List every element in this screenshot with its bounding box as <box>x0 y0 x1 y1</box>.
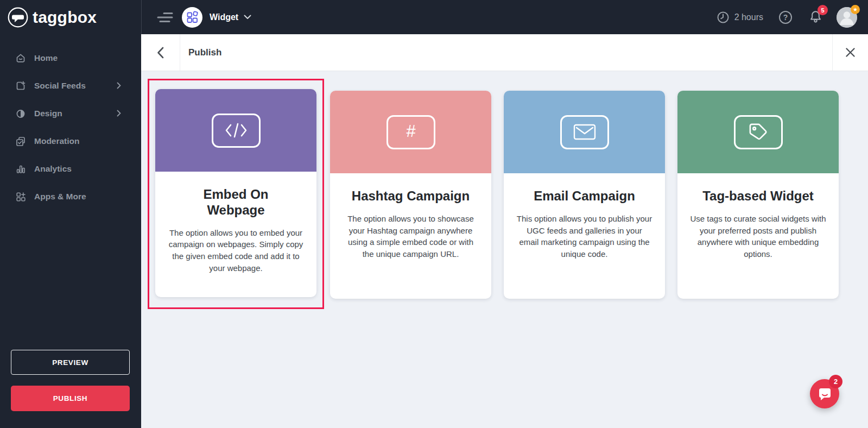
moderation-icon <box>15 136 26 147</box>
taggbox-logo-icon <box>8 7 28 28</box>
card-title: Embed On Webpage <box>193 187 280 218</box>
preview-button[interactable]: PREVIEW <box>11 350 130 375</box>
sidebar-item-apps-more[interactable]: Apps & More <box>0 182 141 210</box>
tag-icon <box>734 115 783 149</box>
page-title: Publish <box>188 47 221 58</box>
notification-count-badge: 5 <box>818 5 828 15</box>
code-embed-icon <box>212 114 261 148</box>
sidebar-item-social-feeds[interactable]: Social Feeds <box>0 72 141 99</box>
sidebar-item-label: Design <box>34 109 62 118</box>
card-title: Email Campaign <box>504 188 665 204</box>
card-description: This option allows you to publish your U… <box>504 213 665 260</box>
topbar-right-group: 2 hours ? 5 ★ <box>717 7 857 28</box>
cards-row: Embed On Webpage The option allows you t… <box>141 71 868 309</box>
menu-lines-icon[interactable] <box>157 11 173 23</box>
topbar: Widget 2 hours ? 5 <box>141 0 868 34</box>
analytics-icon <box>15 163 26 174</box>
close-button[interactable] <box>832 34 868 71</box>
back-button[interactable] <box>141 34 180 71</box>
card-title: Tag-based Widget <box>677 188 839 204</box>
widget-apps-icon <box>182 7 202 28</box>
chat-launcher-button[interactable]: 2 <box>810 379 839 408</box>
widget-selector-label: Widget <box>210 12 238 22</box>
card-hashtag-campaign[interactable]: # Hashtag Campaign The option allows you… <box>330 91 491 299</box>
card-tag-based-widget[interactable]: Tag-based Widget Use tags to curate soci… <box>677 91 839 299</box>
sidebar-item-moderation[interactable]: Moderation <box>0 127 141 155</box>
brand-logo-text: taggbox <box>33 8 97 27</box>
trial-time-remaining: 2 hours <box>717 11 763 24</box>
notifications-button[interactable]: 5 <box>809 10 822 24</box>
chevron-right-icon <box>117 110 129 117</box>
chevron-right-icon <box>117 82 129 89</box>
chat-unread-badge: 2 <box>829 375 842 388</box>
sidebar-item-label: Apps & More <box>34 192 86 202</box>
sidebar-item-design[interactable]: Design <box>0 99 141 127</box>
sidebar-item-label: Analytics <box>34 164 72 174</box>
close-icon <box>846 48 855 57</box>
card-header <box>504 91 665 173</box>
chat-bubble-icon <box>816 385 833 402</box>
taggbox-widget-publish-page: { "brand": { "logo_text": "taggbox" }, "… <box>0 0 868 428</box>
card-title: Hashtag Campaign <box>330 188 491 204</box>
sidebar-item-home[interactable]: Home <box>0 44 141 72</box>
sidebar-item-analytics[interactable]: Analytics <box>0 155 141 182</box>
card-header <box>155 89 316 172</box>
card-description: Use tags to curate social widgets with y… <box>677 213 839 260</box>
brand-logo[interactable]: taggbox <box>0 0 141 34</box>
card-embed-on-webpage[interactable]: Embed On Webpage The option allows you t… <box>155 89 316 297</box>
card-description: The option allows you to embed your camp… <box>155 227 316 274</box>
sidebar-item-label: Home <box>34 53 58 63</box>
star-badge-icon: ★ <box>851 5 860 14</box>
sidebar-item-label: Social Feeds <box>34 81 86 91</box>
chevron-left-icon <box>157 47 164 59</box>
widget-type-selector[interactable]: Widget <box>182 7 251 28</box>
help-icon[interactable]: ? <box>778 10 793 24</box>
highlight-ring: Embed On Webpage The option allows you t… <box>148 79 324 309</box>
card-description: The option allows you to showcase your H… <box>330 213 491 260</box>
card-header <box>677 91 839 173</box>
envelope-icon <box>560 115 609 149</box>
sidebar-item-label: Moderation <box>34 136 80 146</box>
home-icon <box>15 53 26 64</box>
svg-text:?: ? <box>783 13 788 22</box>
chevron-down-icon <box>244 15 251 20</box>
sidebar-actions: PREVIEW PUBLISH <box>11 350 130 411</box>
clock-icon <box>717 11 730 24</box>
hashtag-icon: # <box>387 115 435 149</box>
card-header: # <box>330 91 491 173</box>
apps-more-icon <box>15 191 26 202</box>
publish-button[interactable]: PUBLISH <box>11 386 130 411</box>
page-header: Publish <box>141 34 868 71</box>
design-icon <box>15 108 26 119</box>
social-feeds-icon <box>15 80 26 91</box>
publish-options-content: Embed On Webpage The option allows you t… <box>141 71 868 428</box>
sidebar: taggbox Home Social Feeds <box>0 0 141 428</box>
sidebar-nav: Home Social Feeds Design <box>0 34 141 210</box>
trial-time-text: 2 hours <box>734 12 763 22</box>
account-menu[interactable]: ★ <box>837 7 857 28</box>
card-email-campaign[interactable]: Email Campaign This option allows you to… <box>504 91 665 299</box>
